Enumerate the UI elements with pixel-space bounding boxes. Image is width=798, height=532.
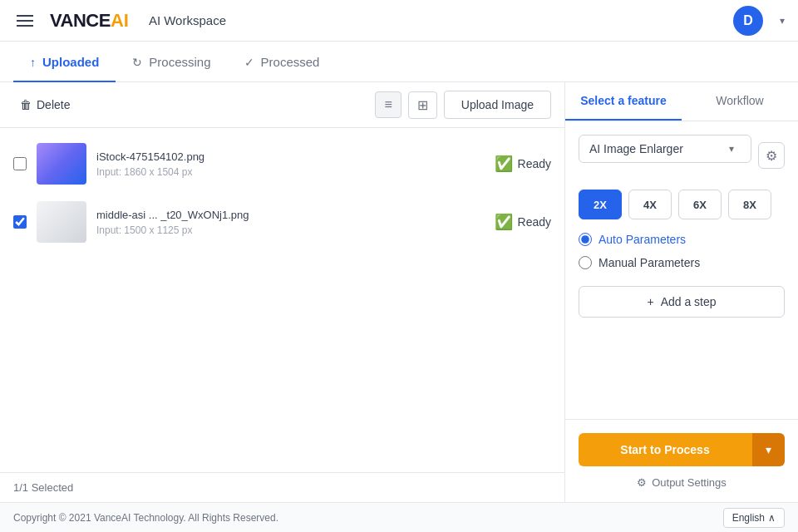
language-chevron-icon: ∧ [768,512,776,524]
scale-6x-button[interactable]: 6X [678,190,722,219]
image-toolbar: 🗑 Delete ≡ ⊞ Upload Image [0,82,564,128]
header: VANCEAI AI Workspace D ▾ [0,0,798,42]
output-gear-icon: ⚙ [637,476,647,489]
add-step-plus-icon: + [647,295,653,308]
status-check-icon-2: ✅ [495,213,513,231]
tab-uploaded[interactable]: ↑ Uploaded [13,42,116,82]
upload-icon: ↑ [30,56,36,69]
tab-processed[interactable]: ✓ Processed [228,42,337,82]
delete-icon: 🗑 [20,98,32,111]
manual-params-label: Manual Parameters [598,256,700,269]
output-settings-link[interactable]: ⚙ Output Settings [579,476,785,489]
bottom-bar: Copyright © 2021 VanceAI Technology. All… [0,502,798,532]
hamburger-menu[interactable] [13,12,37,30]
logo-ai: AI [111,10,129,32]
copyright-text: Copyright © 2021 VanceAI Technology. All… [13,512,278,524]
image-thumbnail-1 [37,143,86,185]
feature-dropdown-label: AI Image Enlarger [589,142,729,155]
delete-button[interactable]: 🗑 Delete [13,95,76,115]
status-label-1: Ready [518,157,551,170]
image-status-1: ✅ Ready [495,155,551,173]
tab-processing-label: Processing [149,55,210,69]
logo: VANCEAI [50,10,129,32]
feature-selector: AI Image Enlarger ▾ ⚙ 2X 4X 6X 8X Auto P… [565,121,798,331]
output-settings-label: Output Settings [652,476,727,489]
manual-params-option[interactable]: Manual Parameters [579,256,785,269]
user-avatar[interactable]: D [733,6,763,36]
view-grid-button[interactable]: ⊞ [408,91,437,119]
dropdown-arrow-icon: ▾ [729,143,734,155]
image-list: iStock-475154102.png Input: 1860 x 1504 … [0,128,564,472]
auto-params-option[interactable]: Auto Parameters [579,233,785,246]
image-name-1: iStock-475154102.png [96,150,485,163]
language-selector[interactable]: English ∧ [723,508,785,528]
auto-params-radio[interactable] [579,233,592,246]
language-label: English [732,512,765,524]
image-info-1: iStock-475154102.png Input: 1860 x 1504 … [96,150,485,178]
gear-icon: ⚙ [766,148,777,164]
scale-4x-button[interactable]: 4X [628,190,672,219]
upload-image-button[interactable]: Upload Image [444,91,551,119]
image-info-2: middle-asi ... _t20_WxONj1.png Input: 15… [96,209,485,236]
tab-select-feature[interactable]: Select a feature [565,82,682,121]
main-content: 🗑 Delete ≡ ⊞ Upload Image iStock-4751541… [0,82,798,502]
logo-vance: VANCE [50,10,111,32]
workspace-label: AI Workspace [149,13,226,27]
user-chevron-icon[interactable]: ▾ [780,15,785,27]
tab-processed-label: Processed [261,55,320,69]
selected-count: 1/1 Selected [13,481,73,494]
process-dropdown-button[interactable]: ▾ [751,433,785,466]
add-step-button[interactable]: + Add a step [579,286,785,318]
right-panel-footer: Start to Process ▾ ⚙ Output Settings [565,419,798,502]
scale-8x-button[interactable]: 8X [728,190,771,219]
scale-options: 2X 4X 6X 8X [579,190,785,219]
start-process-button[interactable]: Start to Process [579,433,751,466]
processing-icon: ↻ [132,56,142,69]
image-name-2: middle-asi ... _t20_WxONj1.png [96,209,485,221]
auto-params-label: Auto Parameters [598,233,686,246]
view-list-button[interactable]: ≡ [375,91,401,118]
left-panel: 🗑 Delete ≡ ⊞ Upload Image iStock-4751541… [0,82,565,502]
delete-label: Delete [37,98,70,111]
tab-processing[interactable]: ↻ Processing [116,42,227,82]
status-check-icon-1: ✅ [495,155,513,173]
status-label-2: Ready [518,215,551,229]
right-panel: Select a feature Workflow AI Image Enlar… [565,82,798,502]
image-size-1: Input: 1860 x 1504 px [96,166,485,178]
process-dropdown-arrow-icon: ▾ [766,443,771,456]
process-button-group: Start to Process ▾ [579,433,785,466]
right-panel-tabs: Select a feature Workflow [565,82,798,121]
image-checkbox-2[interactable] [13,215,27,229]
processed-icon: ✓ [244,56,254,69]
table-row[interactable]: iStock-475154102.png Input: 1860 x 1504 … [0,135,564,193]
table-row[interactable]: middle-asi ... _t20_WxONj1.png Input: 15… [0,193,564,251]
feature-dropdown[interactable]: AI Image Enlarger ▾ [579,135,751,163]
image-size-2: Input: 1500 x 1125 px [96,224,485,236]
image-thumbnail-2 [37,201,86,243]
gear-settings-button[interactable]: ⚙ [758,142,785,169]
image-checkbox-1[interactable] [13,157,27,170]
tab-uploaded-label: Uploaded [42,55,99,69]
image-status-2: ✅ Ready [495,213,551,231]
tab-workflow[interactable]: Workflow [682,82,798,121]
left-footer: 1/1 Selected [0,472,564,502]
scale-2x-button[interactable]: 2X [579,190,622,219]
main-tabs: ↑ Uploaded ↻ Processing ✓ Processed [0,42,798,82]
add-step-label: Add a step [661,295,717,308]
parameter-options: Auto Parameters Manual Parameters [579,233,785,269]
manual-params-radio[interactable] [579,256,592,269]
